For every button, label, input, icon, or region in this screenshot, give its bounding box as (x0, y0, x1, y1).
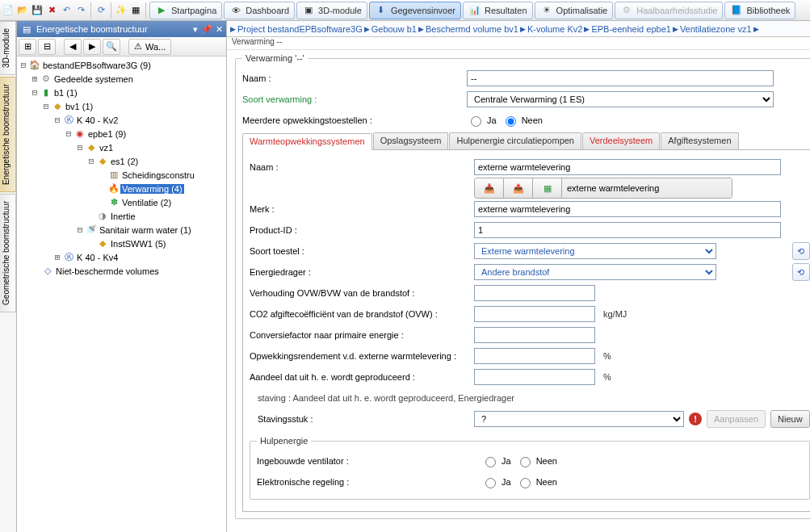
open-icon[interactable]: 📂 (16, 4, 29, 17)
tree-verwarming[interactable]: Verwarming (4) (120, 184, 184, 194)
tree-k40kv4[interactable]: K 40 - Kv4 (75, 253, 120, 262)
elec-no-radio[interactable]: Neen (516, 475, 557, 488)
chevron-right-icon: ▶ (418, 25, 424, 33)
bc-epb[interactable]: EPB-eenheid epbe1 (591, 24, 670, 34)
tree-next-button[interactable]: ▶ (83, 39, 101, 55)
delete-icon[interactable]: ✖ (45, 4, 58, 17)
tab-generation[interactable]: Warmteopwekkingssystemen (242, 133, 372, 150)
reset-device-button[interactable]: ⟲ (792, 242, 810, 260)
eff-label: Opwekkingsrendement v.d. externe warmtel… (250, 351, 468, 361)
library-pick-button[interactable]: ▦ (533, 178, 562, 198)
brand-input[interactable] (474, 201, 781, 217)
library-button[interactable]: 📘Bibliotheek (724, 2, 795, 19)
tree-warnings-button[interactable]: ⚠Wa... (128, 39, 171, 55)
twisty-icon[interactable]: ⊟ (19, 60, 28, 70)
pid-input[interactable] (474, 222, 781, 238)
3d-module-button[interactable]: ▣3D-module (296, 2, 367, 19)
feasibility-button[interactable]: ⚙Haalbaarheidsstudie (615, 2, 723, 19)
multi-no-radio[interactable]: Neen (502, 114, 543, 127)
chevron-right-icon: ▶ (753, 25, 759, 33)
refresh-icon[interactable]: ⟳ (94, 4, 107, 17)
tree-es1[interactable]: es1 (2) (109, 157, 140, 166)
tree-expand-button[interactable]: ⊞ (19, 39, 36, 55)
tree-prev-button[interactable]: ◀ (64, 39, 82, 55)
eff-input[interactable] (474, 348, 595, 364)
bc-building[interactable]: Gebouw b1 (371, 24, 417, 34)
staving-select[interactable]: ? (474, 411, 684, 427)
tree-niet[interactable]: Niet-beschermde volumes (54, 266, 161, 276)
wand-icon[interactable]: ✨ (115, 4, 128, 17)
undo-icon[interactable]: ↶ (60, 4, 73, 17)
tree-inertie[interactable]: Inertie (109, 212, 137, 221)
twisty-icon[interactable]: ⊟ (52, 115, 62, 125)
heating-legend: Verwarming '--' (242, 53, 308, 63)
twisty-icon[interactable]: ⊞ (52, 252, 62, 262)
results-button[interactable]: 📊Resultaten (463, 2, 533, 19)
co2-input[interactable] (474, 306, 595, 322)
energy-tree[interactable]: ⊟🏠bestandEPBsoftware3G (9) ⊞⚙Gedeelde sy… (17, 57, 226, 532)
device-type-select[interactable]: Externe warmtelevering (474, 243, 716, 259)
panel-close-icon[interactable]: ✕ (216, 24, 223, 35)
tree-collapse-button[interactable]: ⊟ (38, 39, 56, 55)
gen-name-input[interactable] (474, 159, 781, 175)
twisty-icon[interactable]: ⊟ (64, 128, 73, 139)
panel-pin-icon[interactable]: 📌 (201, 24, 212, 35)
tab-storage[interactable]: Opslagsysteem (373, 132, 449, 149)
import-button[interactable]: 📥 (475, 178, 504, 198)
new-icon[interactable]: 📄 (2, 4, 15, 17)
tree-root[interactable]: bestandEPBsoftware3G (9) (41, 61, 153, 70)
new-button[interactable]: Nieuw (770, 410, 810, 428)
reset-icon: ⟲ (797, 246, 804, 257)
tree-instsww[interactable]: InstSWW1 (5) (109, 239, 167, 249)
twisty-icon[interactable]: ⊟ (75, 142, 85, 153)
optim-button[interactable]: ☀Optimalisatie (535, 2, 614, 19)
share-input[interactable] (474, 369, 595, 385)
tree-bv1[interactable]: bv1 (1) (64, 102, 94, 111)
ratio-input[interactable] (474, 285, 595, 301)
heating-name-input[interactable] (467, 70, 774, 86)
startpage-button[interactable]: ▶Startpagina (149, 2, 222, 19)
tree-scheiding[interactable]: Scheidingsconstru (120, 170, 196, 180)
tab-distribution[interactable]: Verdeelsysteem (582, 132, 660, 149)
sidetab-geom-tree[interactable]: Geometrische boomstructuur (0, 194, 16, 312)
multi-label: Meerdere opwekkingstoestellen : (242, 115, 460, 125)
bc-kvol[interactable]: K-volume Kv2 (527, 24, 582, 34)
tree-find-button[interactable]: 🔍 (103, 39, 120, 55)
tree-ventilatie[interactable]: Ventilatie (2) (120, 198, 173, 207)
edit-button[interactable]: Aanpassen (707, 410, 766, 428)
tree-sww[interactable]: Sanitair warm water (1) (98, 225, 193, 235)
bc-zone[interactable]: Ventilatiezone vz1 (680, 24, 752, 34)
conv-input[interactable] (474, 327, 595, 343)
fan-yes-radio[interactable]: Ja (481, 455, 511, 467)
panel-menu-icon[interactable]: ▾ (193, 24, 198, 35)
sidetab-3d[interactable]: 3D-module (0, 21, 16, 75)
data-entry-button[interactable]: ⬇Gegevensinvoer (369, 2, 461, 19)
tree-epbe1[interactable]: epbe1 (9) (86, 129, 128, 139)
gear-icon: ⚙ (620, 4, 633, 17)
twisty-icon[interactable]: ⊟ (86, 156, 96, 166)
bc-project[interactable]: Project bestandEPBsoftware3G (237, 24, 363, 34)
twisty-icon[interactable]: ⊞ (30, 73, 40, 84)
tab-aux-pumps[interactable]: Hulpenergie circulatiepompen (449, 132, 581, 149)
tree-vz1[interactable]: vz1 (98, 143, 115, 153)
twisty-icon[interactable]: ⊟ (30, 87, 40, 98)
sidetab-energy-tree[interactable]: Energetische boomstructuur (0, 77, 16, 192)
reset-carrier-button[interactable]: ⟲ (792, 263, 810, 281)
tree-k40kv2[interactable]: K 40 - Kv2 (75, 115, 120, 125)
redo-icon[interactable]: ↷ (74, 4, 87, 17)
save-icon[interactable]: 💾 (31, 4, 44, 17)
tab-emission[interactable]: Afgiftesystemen (661, 132, 738, 149)
export-button[interactable]: 📤 (504, 178, 533, 198)
heating-type-select[interactable]: Centrale Verwarming (1 ES) (467, 91, 774, 107)
tree-b1[interactable]: b1 (1) (52, 88, 79, 98)
elec-yes-radio[interactable]: Ja (481, 475, 511, 488)
layers-icon[interactable]: ▦ (129, 4, 142, 17)
fan-no-radio[interactable]: Neen (516, 455, 557, 467)
carrier-select[interactable]: Andere brandstof (474, 264, 716, 280)
dashboard-button[interactable]: 👁Dashboard (224, 2, 295, 19)
multi-yes-radio[interactable]: Ja (467, 114, 497, 127)
tree-shared[interactable]: Gedeelde systemen (52, 74, 135, 84)
twisty-icon[interactable]: ⊟ (75, 224, 85, 235)
bc-protvol[interactable]: Beschermd volume bv1 (426, 24, 518, 34)
twisty-icon[interactable]: ⊟ (41, 101, 51, 111)
